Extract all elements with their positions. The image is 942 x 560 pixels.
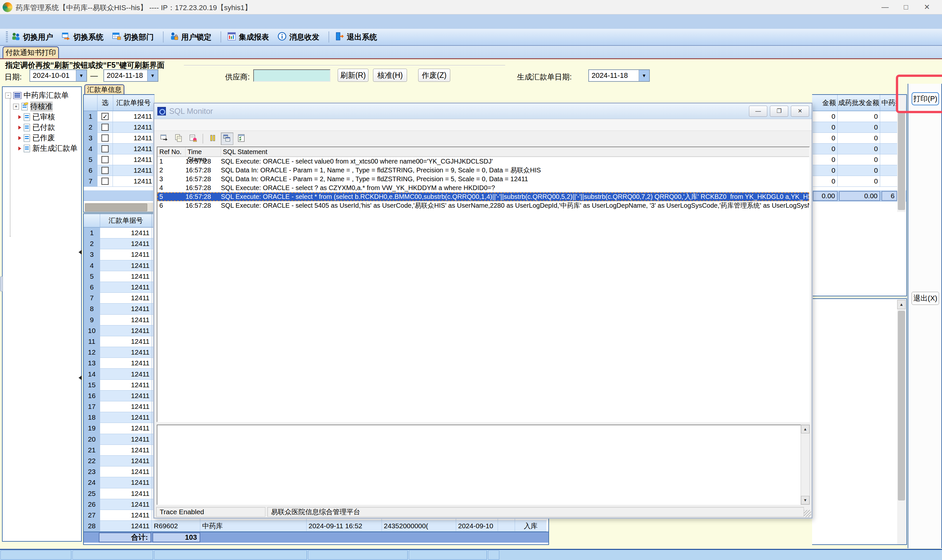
- scrollbar-thumb[interactable]: [898, 311, 905, 500]
- gen-date-combo[interactable]: 2024-11-18 ▼: [588, 69, 650, 82]
- approve-button[interactable]: 核准(H): [373, 69, 407, 82]
- table-row[interactable]: 0 0: [812, 122, 907, 133]
- table-row[interactable]: 4 12411: [84, 144, 154, 154]
- table-row[interactable]: 0 0: [812, 144, 907, 154]
- collapse-icon[interactable]: -: [5, 92, 11, 98]
- tree-item-label[interactable]: 已审核: [32, 112, 55, 122]
- chevron-down-icon[interactable]: ▼: [147, 70, 158, 81]
- toolbar-button[interactable]: 切换系统: [62, 32, 103, 42]
- toolbar-button[interactable]: [158, 132, 171, 145]
- toolbar-button[interactable]: [172, 132, 185, 145]
- chevron-down-icon[interactable]: ▼: [76, 70, 86, 81]
- sql-detail-text[interactable]: [157, 425, 800, 505]
- sql-statement-row[interactable]: 4 16:57:28 SQL Execute: ORACLE - select …: [157, 183, 809, 192]
- herb-wholesale-column-header[interactable]: 中药批发金额: [880, 95, 898, 111]
- scrollbar-thumb[interactable]: [898, 112, 905, 210]
- sidebar-item-4[interactable]: 已作废: [18, 133, 55, 143]
- row-checkbox[interactable]: [102, 145, 109, 152]
- maximize-button[interactable]: □: [898, 2, 914, 12]
- sql-statement-row[interactable]: 3 16:57:28 SQL Data In: ORACLE - Param =…: [157, 175, 809, 183]
- toolbar-button[interactable]: [235, 132, 248, 145]
- row-checkbox[interactable]: [102, 134, 109, 142]
- sql-statement-row[interactable]: 1 16:57:28 SQL Execute: ORACLE - select …: [157, 157, 809, 166]
- table-row[interactable]: 0 0: [812, 133, 907, 144]
- sidebar-item-3[interactable]: 已付款: [18, 122, 55, 132]
- scrollbar-thumb[interactable]: [85, 203, 147, 211]
- toolbar-button[interactable]: [221, 132, 233, 145]
- table-row[interactable]: 0 0: [812, 176, 907, 187]
- docno-column-header[interactable]: 汇款单报号: [113, 95, 154, 111]
- toolbar-button[interactable]: 用户锁定: [169, 32, 211, 42]
- date-from-combo[interactable]: 2024-10-01 ▼: [29, 69, 87, 82]
- void-button[interactable]: 作废(Z): [418, 69, 450, 82]
- supplier-input[interactable]: [253, 69, 331, 82]
- row-checkbox[interactable]: [102, 167, 109, 174]
- sql-statement-row[interactable]: 2 16:57:28 SQL Data In: ORACLE - Param =…: [157, 166, 809, 175]
- scroll-up-icon[interactable]: ▲: [801, 425, 810, 434]
- collapse-left-icon[interactable]: [78, 250, 82, 254]
- scroll-up-icon[interactable]: ▲: [897, 300, 906, 309]
- sidebar-item-2[interactable]: 已审核: [18, 112, 55, 122]
- sql-monitor-titlebar[interactable]: SQL Monitor: [154, 103, 812, 119]
- patent-wholesale-column-header[interactable]: 成药批发金额: [837, 95, 880, 111]
- refresh-button[interactable]: 刷新(R): [338, 69, 368, 82]
- chevron-down-icon[interactable]: ▼: [639, 70, 649, 81]
- row-checkbox[interactable]: [102, 178, 109, 185]
- restore-button[interactable]: ❐: [770, 106, 788, 117]
- detail-scrollbar[interactable]: ▲ ▼: [800, 425, 810, 505]
- toolbar-button[interactable]: 退出系统: [335, 32, 377, 42]
- row-checkbox[interactable]: [102, 124, 109, 131]
- sidebar-item-5[interactable]: 新生成汇款单: [18, 143, 77, 154]
- toolbar-grip[interactable]: [6, 31, 8, 43]
- tree-item-label[interactable]: 已付款: [32, 122, 55, 132]
- docno-column-header[interactable]: 汇款单据号: [100, 214, 152, 228]
- select-column-header[interactable]: 选: [97, 95, 113, 111]
- table-row[interactable]: 7 12411: [84, 176, 154, 187]
- expand-icon[interactable]: +: [13, 104, 19, 109]
- tree-root[interactable]: - 中药库汇款单: [5, 90, 69, 100]
- tree-item-label[interactable]: 待核准: [30, 102, 53, 112]
- sidebar-item-1[interactable]: +待核准: [13, 102, 53, 112]
- table-row[interactable]: 5 12411: [84, 154, 154, 165]
- row-checkbox[interactable]: [102, 156, 109, 163]
- refno-column-header[interactable]: Ref No.: [157, 147, 186, 156]
- toolbar-button[interactable]: [206, 132, 219, 145]
- table-row[interactable]: 0 0: [812, 111, 907, 122]
- close-button[interactable]: ✕: [791, 106, 809, 117]
- table-row[interactable]: 0 0: [812, 165, 907, 176]
- toolbar-button[interactable]: 消息收发: [277, 32, 319, 42]
- sql-statement-row[interactable]: 6 16:57:28 SQL Execute: ORACLE - select …: [157, 201, 809, 210]
- amount-column-header[interactable]: 金额: [812, 95, 837, 111]
- minimize-button[interactable]: —: [877, 2, 893, 12]
- horizontal-scrollbar[interactable]: [85, 203, 154, 212]
- scroll-down-icon[interactable]: ▼: [801, 496, 810, 505]
- table-row[interactable]: 6 12411: [84, 165, 154, 176]
- timestamp-column-header[interactable]: Time Stamp: [186, 147, 221, 156]
- resize-grip[interactable]: [804, 510, 811, 517]
- table-row[interactable]: 0 0: [812, 154, 907, 165]
- tree-root-label[interactable]: 中药库汇款单: [23, 90, 69, 100]
- minimize-button[interactable]: —: [749, 106, 767, 117]
- date-to-combo[interactable]: 2024-11-18 ▼: [103, 69, 159, 82]
- tab-remittance-info[interactable]: 汇款单信息: [85, 85, 124, 94]
- tree-item-label[interactable]: 新生成汇款单: [32, 143, 77, 154]
- table-row[interactable]: 3 12411: [84, 133, 154, 144]
- toolbar-button[interactable]: 切换用户: [11, 32, 53, 42]
- tab-payment-notice-print[interactable]: 付款通知书打印: [3, 46, 59, 58]
- table-row[interactable]: 28 12411 R69602 中药库 2024-09-11 16:52 243…: [84, 521, 548, 532]
- toolbar-button[interactable]: 集成报表: [227, 32, 269, 42]
- exit-button[interactable]: 退出(X): [911, 292, 939, 305]
- table-row[interactable]: 2 12411: [84, 122, 154, 133]
- statement-column-header[interactable]: SQL Statement: [221, 147, 809, 156]
- toolbar-button[interactable]: 切换部门: [112, 32, 154, 42]
- row-checkbox[interactable]: [102, 113, 109, 120]
- splitter-handle[interactable]: [0, 276, 3, 291]
- collapse-left-icon[interactable]: [78, 375, 82, 380]
- close-button[interactable]: ✕: [919, 2, 935, 12]
- sql-statement-row[interactable]: 5 16:57:28 SQL Execute: ORACLE - select …: [157, 192, 809, 201]
- print-button[interactable]: 打印(P): [911, 92, 939, 105]
- vertical-scrollbar[interactable]: ▲: [897, 300, 906, 544]
- tree-item-label[interactable]: 已作废: [32, 133, 55, 143]
- toolbar-button[interactable]: [187, 132, 199, 145]
- table-row[interactable]: 1 12411: [84, 111, 154, 122]
